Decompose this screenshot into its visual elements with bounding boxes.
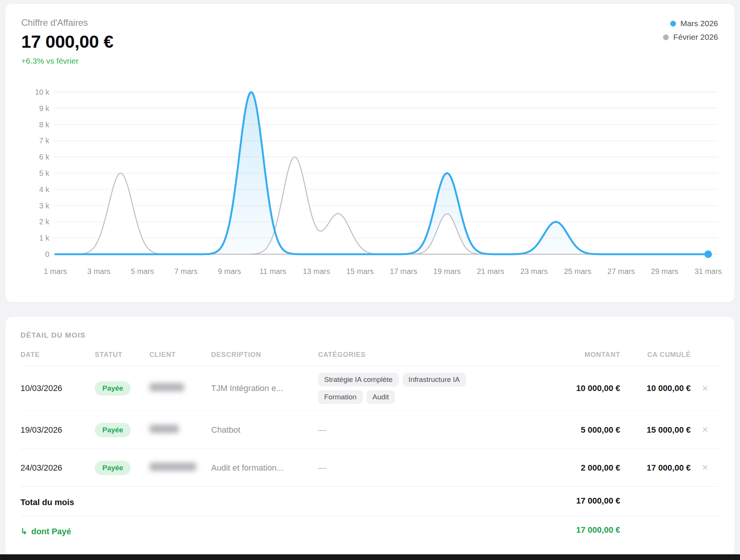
empty-categories-dash: — [318, 425, 326, 435]
detail-section-title: DÉTAIL DU MOIS [20, 331, 720, 339]
svg-text:4 k: 4 k [39, 185, 50, 194]
delete-row-icon[interactable]: × [702, 424, 708, 435]
revenue-chart-card: Chiffre d'Affaires 17 000,00 € +6.3% vs … [5, 4, 735, 302]
table-rows: 10/03/2026PayéeTJM Intégration e...Strat… [20, 366, 720, 486]
row-montant: 10 000,00 € [555, 383, 620, 393]
svg-text:1 mars: 1 mars [44, 267, 67, 275]
svg-text:6 k: 6 k [39, 153, 50, 161]
client-name-blurred [149, 425, 179, 433]
row-description: Chatbot [211, 425, 318, 435]
delete-row-icon[interactable]: × [702, 461, 708, 473]
legend-item-mars: Mars 2026 [663, 19, 718, 28]
svg-text:5 k: 5 k [39, 169, 50, 177]
row-ca-cumule: 15 000,00 € [620, 425, 691, 435]
total-amount: 17 000,00 € [570, 495, 620, 507]
revenue-line-chart[interactable]: 01 k2 k3 k4 k5 k6 k7 k8 k9 k10 k1 mars3 … [21, 72, 722, 286]
category-chip: Infrastructure IA [403, 373, 466, 386]
legend-dot-fevrier-icon [663, 34, 669, 40]
row-categories: Stratégie IA complèteInfrastructure IAFo… [318, 373, 555, 404]
svg-text:21 mars: 21 mars [477, 267, 504, 275]
svg-text:5 mars: 5 mars [131, 267, 154, 275]
category-chip: Audit [367, 390, 395, 404]
status-badge: Payée [95, 461, 131, 475]
status-badge: Payée [95, 381, 131, 396]
row-categories: — [318, 463, 555, 473]
svg-text:2 k: 2 k [39, 217, 50, 226]
svg-text:8 k: 8 k [39, 120, 50, 129]
svg-text:17 mars: 17 mars [390, 267, 417, 275]
category-chip: Stratégie IA complète [318, 373, 399, 386]
category-chip: Formation [318, 390, 363, 404]
window-bottom-edge [0, 554, 740, 560]
svg-text:0: 0 [45, 250, 49, 258]
svg-text:31 mars: 31 mars [695, 267, 722, 275]
svg-text:3 mars: 3 mars [87, 267, 110, 275]
svg-text:3 k: 3 k [39, 202, 50, 210]
revenue-amount: 17 000,00 € [21, 31, 719, 52]
corner-arrow-icon: ↳ [20, 527, 27, 537]
empty-categories-dash: — [318, 463, 326, 472]
client-name-blurred [149, 383, 184, 391]
table-row: 24/03/2026PayéeAudit et formation...—2 0… [20, 449, 720, 486]
svg-text:27 mars: 27 mars [607, 267, 635, 275]
svg-text:29 mars: 29 mars [651, 267, 678, 275]
client-name-blurred [149, 463, 196, 471]
svg-text:13 mars: 13 mars [303, 267, 330, 275]
row-categories: — [318, 425, 555, 435]
table-row: 10/03/2026PayéeTJM Intégration e...Strat… [20, 366, 720, 411]
total-label: Total du mois [20, 495, 211, 507]
row-ca-cumule: 10 000,00 € [620, 383, 691, 393]
month-detail-card: DÉTAIL DU MOIS DATESTATUTCLIENTDESCRIPTI… [5, 317, 735, 556]
table-row: 19/03/2026PayéeChatbot—5 000,00 €15 000,… [20, 411, 720, 449]
column-header-4: CATÉGORIES [318, 351, 555, 359]
svg-text:7 mars: 7 mars [174, 267, 198, 275]
total-row: Total du mois 17 000,00 € [20, 486, 720, 516]
revenue-title: Chiffre d'Affaires [21, 17, 719, 28]
svg-text:15 mars: 15 mars [346, 267, 373, 275]
chart-legend: Mars 2026 Février 2026 [663, 19, 718, 46]
column-header-6: CA CUMULÉ [620, 351, 691, 359]
column-header-2: CLIENT [149, 351, 211, 359]
svg-text:25 mars: 25 mars [564, 267, 591, 275]
row-description: Audit et formation... [211, 463, 318, 473]
revenue-delta: +6.3% vs février [21, 56, 719, 66]
legend-item-fevrier: Février 2026 [663, 33, 718, 42]
legend-dot-mars-icon [670, 21, 676, 27]
svg-text:7 k: 7 k [39, 136, 50, 145]
column-header-1: STATUT [95, 351, 149, 359]
paid-amount: 17 000,00 € [570, 524, 620, 536]
svg-text:9 mars: 9 mars [218, 267, 241, 275]
svg-text:1 k: 1 k [39, 234, 50, 242]
row-date: 24/03/2026 [20, 463, 95, 473]
paid-total-row: ↳dont Payé 17 000,00 € [20, 516, 720, 545]
table-header-row: DATESTATUTCLIENTDESCRIPTIONCATÉGORIESMON… [20, 351, 720, 366]
svg-text:23 mars: 23 mars [521, 267, 548, 275]
delete-row-icon[interactable]: × [702, 382, 708, 394]
row-montant: 2 000,00 € [555, 463, 620, 473]
column-header-0: DATE [20, 351, 95, 359]
svg-text:11 mars: 11 mars [260, 267, 287, 275]
column-header-3: DESCRIPTION [211, 351, 318, 359]
row-ca-cumule: 17 000,00 € [620, 463, 691, 473]
svg-text:19 mars: 19 mars [433, 267, 461, 275]
row-date: 10/03/2026 [20, 383, 95, 393]
legend-label-mars: Mars 2026 [680, 19, 718, 28]
column-header-5: MONTANT [555, 351, 620, 359]
legend-label-fevrier: Février 2026 [673, 33, 718, 42]
row-description: TJM Intégration e... [211, 383, 318, 393]
status-badge: Payée [95, 423, 131, 437]
row-montant: 5 000,00 € [555, 425, 620, 435]
svg-text:9 k: 9 k [39, 104, 50, 113]
row-date: 19/03/2026 [20, 425, 95, 435]
svg-text:10 k: 10 k [35, 88, 50, 96]
paid-label: dont Payé [31, 527, 71, 536]
